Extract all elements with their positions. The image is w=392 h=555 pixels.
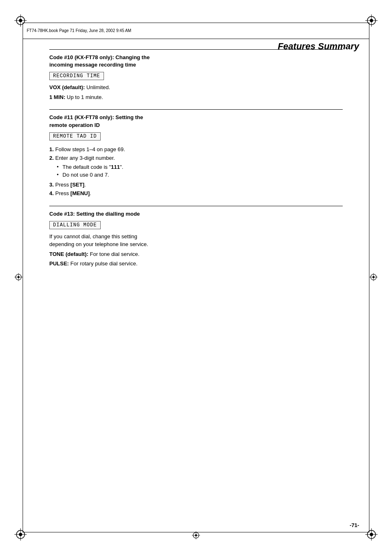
section-11-steps: 1. Follow steps 1–4 on page 69. 2. Enter… [49, 145, 343, 198]
left-center-mark [14, 273, 23, 282]
section-divider-3 [49, 206, 343, 206]
right-center-mark [369, 273, 378, 282]
step-11-2: 2. Enter any 3-digit number. [49, 154, 343, 162]
section-13-pulse: PULSE: For rotary pulse dial service. [49, 260, 343, 268]
section-10-1min: 1 MIN: Up to 1 minute. [49, 93, 343, 101]
section-divider-2 [49, 109, 343, 110]
section-11-lcd: REMOTE TAD ID [49, 132, 101, 140]
main-content: Code #10 (KX-FT78 only): Changing theinc… [49, 49, 343, 514]
header-text: FT74-78HK.book Page 71 Friday, June 28, … [23, 28, 131, 33]
section-10-lcd: RECORDING TIME [49, 72, 104, 80]
corner-mark-br [365, 528, 378, 541]
section-13-heading: Code #13: Setting the dialling mode [49, 210, 343, 218]
section-code13: Code #13: Setting the dialling mode DIAL… [49, 206, 343, 268]
section-13-lcd: DIALLING MODE [49, 221, 101, 229]
center-bottom-mark [192, 531, 200, 541]
step-11-2-bullets: The default code is "111". Do not use 0 … [58, 163, 343, 179]
step-11-4: 4. Press [MENU]. [49, 189, 343, 198]
section-code10: Code #10 (KX-FT78 only): Changing theinc… [49, 49, 343, 101]
section-13-tone: TONE (default): For tone dial service. [49, 250, 343, 258]
section-code11: Code #11 (KX-FT78 only): Setting theremo… [49, 109, 343, 197]
bullet-no-use: Do not use 0 and 7. [58, 171, 343, 179]
corner-mark-bl [14, 528, 27, 541]
step-11-3: 3. Press [SET]. [49, 181, 343, 189]
step-11-1: 1. Follow steps 1–4 on page 69. [49, 145, 343, 154]
section-11-heading: Code #11 (KX-FT78 only): Setting theremo… [49, 114, 343, 129]
section-10-heading: Code #10 (KX-FT78 only): Changing theinc… [49, 54, 343, 69]
section-divider-1 [49, 49, 343, 50]
page-number: -71- [350, 522, 359, 528]
bullet-default-code: The default code is "111". [58, 163, 343, 171]
section-10-vox: VOX (default): Unlimited. [49, 83, 343, 92]
section-13-intro: If you cannot dial, change this settingd… [49, 233, 343, 249]
page-header: FT74-78HK.book Page 71 Friday, June 28, … [23, 23, 369, 39]
